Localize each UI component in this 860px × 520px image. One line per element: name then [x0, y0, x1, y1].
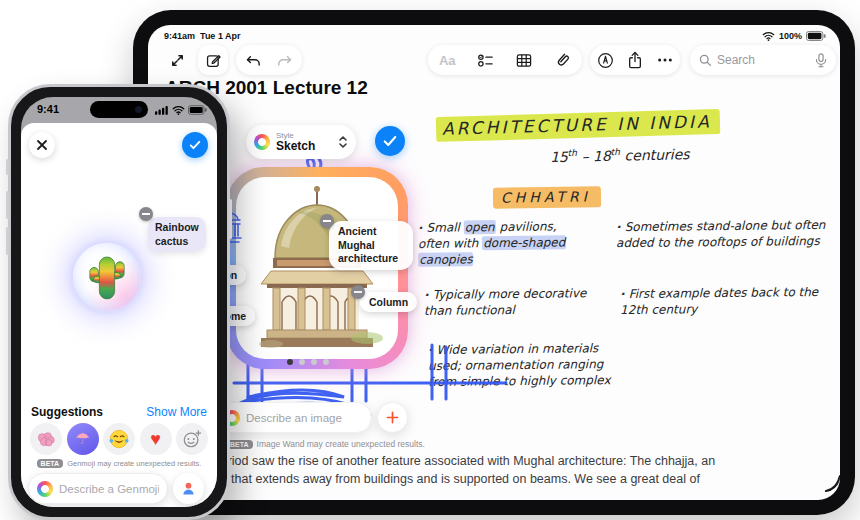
volume-down-button	[6, 227, 9, 255]
compose-button[interactable]	[198, 45, 228, 75]
close-button[interactable]	[29, 132, 55, 158]
note-body-line: s period saw the rise of another feature…	[204, 454, 840, 468]
marketing-composite: 9:41am Tue 1 Apr 100%	[0, 0, 860, 520]
suggestion-row: ☂ ♥	[30, 423, 208, 455]
laughing-emoji-icon	[108, 428, 130, 450]
add-suggestion-button[interactable]	[377, 402, 408, 433]
describe-image-input[interactable]	[246, 412, 362, 424]
person-genmoji-button[interactable]	[173, 473, 204, 504]
battery-icon	[188, 105, 207, 115]
ipad-notes-screen: 9:41am Tue 1 Apr 100%	[148, 25, 840, 500]
hw-heading: ARCHITECTURE IN INDIA	[436, 111, 720, 139]
status-time: 9:41	[37, 103, 59, 115]
suggestion-brain[interactable]	[30, 423, 62, 455]
remove-tag-button[interactable]	[351, 285, 365, 299]
camera-lens	[135, 106, 142, 113]
wifi-icon	[762, 31, 775, 41]
battery-percent: 100%	[779, 31, 802, 41]
attachment-button[interactable]	[550, 47, 576, 73]
disclaimer-text: Genmoji may create unexpected results.	[67, 459, 201, 468]
toolbar-format: Aa	[428, 45, 582, 75]
undo-redo-group	[236, 45, 302, 75]
toolbar-search	[690, 45, 836, 75]
confirm-button[interactable]	[182, 132, 208, 158]
hw-subheading: 15th – 18th centuries	[550, 146, 690, 166]
add-emoji-icon	[182, 429, 202, 449]
shrink-button[interactable]	[164, 47, 190, 73]
undo-icon	[244, 53, 261, 68]
beta-badge: BETA	[37, 459, 64, 468]
hw-bullet: Sometimes stand-alone but often added to…	[616, 218, 828, 252]
table-icon	[516, 53, 532, 68]
search-input[interactable]	[717, 53, 810, 67]
wand-accept-button[interactable]	[375, 126, 405, 156]
markup-pencil-icon	[597, 52, 614, 69]
search-icon	[699, 54, 712, 67]
person-icon	[181, 481, 196, 496]
ipad-clock: 9:41am Tue 1 Apr	[164, 31, 241, 41]
style-value: Sketch	[276, 140, 332, 153]
iphone-genmoji-screen: 9:41	[21, 97, 217, 507]
wand-disclaimer: BETA Image Wand may create unexpected re…	[226, 439, 425, 449]
mic-icon[interactable]	[815, 53, 827, 68]
dynamic-island	[90, 101, 148, 118]
checklist-icon	[477, 53, 494, 68]
page-curl-mark	[824, 473, 840, 493]
share-button[interactable]	[622, 47, 648, 73]
page-indicator[interactable]	[287, 359, 329, 365]
paperclip-icon	[555, 52, 571, 69]
note-body-line: ning that extends away from buildings an…	[204, 472, 840, 486]
checkmark-icon	[383, 135, 397, 147]
undo-button[interactable]	[240, 47, 266, 73]
plus-icon	[386, 411, 399, 424]
hw-bullet: First example dates back to the 12th cen…	[620, 285, 820, 319]
suggestion-laughing[interactable]	[103, 423, 135, 455]
suggestions-header: Suggestions Show More	[31, 405, 207, 419]
apple-intelligence-icon	[37, 481, 53, 497]
share-icon	[627, 51, 643, 69]
table-button[interactable]	[511, 47, 537, 73]
show-more-link[interactable]: Show More	[146, 405, 207, 419]
format-aa-label: Aa	[439, 53, 456, 68]
status-date: Tue 1 Apr	[200, 31, 241, 41]
toolbar-tools	[590, 45, 680, 75]
suggestion-heart[interactable]: ♥	[140, 423, 172, 455]
apple-intelligence-icon	[254, 134, 270, 150]
remove-tag-button[interactable]	[320, 214, 334, 228]
shrink-icon	[169, 52, 186, 69]
describe-genmoji-input[interactable]	[59, 483, 159, 495]
ipad-device: 9:41am Tue 1 Apr 100%	[133, 10, 855, 515]
umbrella-glyph: ☂	[75, 431, 89, 447]
tag-ancient-mughal[interactable]: Ancient Mughal architecture	[329, 221, 413, 270]
redo-button[interactable]	[273, 47, 299, 73]
wifi-icon	[172, 105, 185, 115]
format-button[interactable]: Aa	[434, 47, 460, 73]
genmoji-preview-bubble	[73, 243, 141, 311]
compose-icon	[205, 52, 222, 69]
genmoji-prompt-tag[interactable]: Rainbow cactus	[148, 217, 206, 252]
tag-column[interactable]: Column	[360, 292, 417, 312]
status-time: 9:41am	[164, 31, 195, 41]
genmoji-sheet: Rainbow cactus Suggestions Show More ☂ ♥	[21, 123, 217, 507]
iphone-device: 9:41	[8, 84, 230, 520]
disclaimer-text: Image Wand may create unexpected results…	[257, 439, 425, 449]
close-icon	[36, 139, 48, 151]
minus-icon	[142, 213, 150, 215]
image-description-field	[214, 402, 372, 433]
style-selector[interactable]: Style Sketch	[246, 125, 356, 159]
suggestion-umbrella[interactable]: ☂	[67, 423, 99, 455]
genmoji-disclaimer: BETA Genmoji may create unexpected resul…	[21, 459, 217, 468]
add-emoji-button[interactable]	[176, 423, 208, 455]
checklist-button[interactable]	[473, 47, 499, 73]
minus-icon	[354, 291, 362, 293]
brain-icon	[36, 431, 56, 448]
ipad-status-bar: 9:41am Tue 1 Apr 100%	[164, 30, 826, 42]
more-button[interactable]	[652, 47, 678, 73]
volume-up-button	[6, 191, 9, 219]
remove-tag-button[interactable]	[139, 207, 153, 221]
markup-button[interactable]	[592, 47, 618, 73]
redo-icon	[277, 53, 294, 68]
cellular-icon	[155, 105, 169, 115]
checkmark-icon	[189, 140, 201, 150]
battery-icon	[806, 31, 826, 41]
